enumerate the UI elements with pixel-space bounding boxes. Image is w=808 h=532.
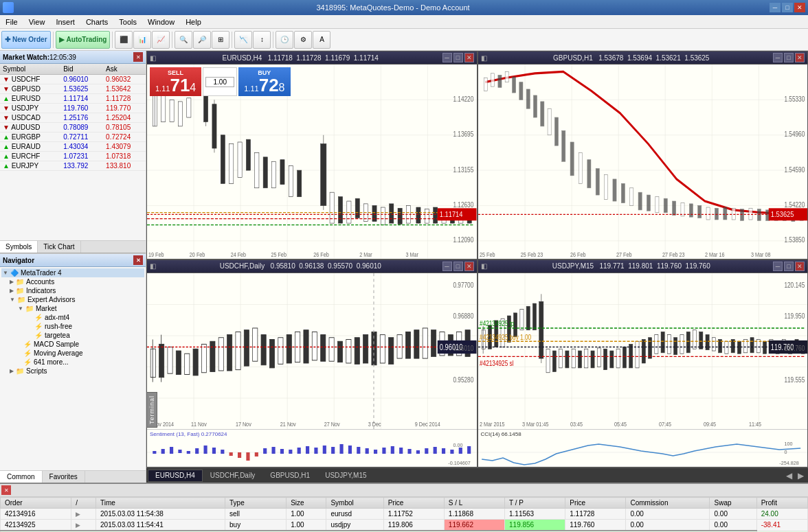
tab-favorites[interactable]: Favorites [43, 471, 85, 483]
toolbar-btn-8[interactable]: 🕒 [276, 31, 293, 49]
navigator-close[interactable]: ✕ [133, 255, 143, 265]
usdchf-close-btn[interactable]: ✕ [464, 262, 474, 271]
svg-rect-207 [178, 450, 181, 453]
chart-close-btn[interactable]: ✕ [464, 53, 474, 62]
toolbar-btn-1[interactable]: ⬛ [115, 31, 133, 49]
folder-icon: 🔷 [10, 269, 19, 277]
col-price-cur[interactable]: Price [565, 498, 626, 509]
gbpusd-close-btn[interactable]: ✕ [795, 53, 805, 62]
chart-usdjpy-title: USDJPY,M15 119.771 119.801 119.760 119.7… [490, 262, 774, 270]
tree-item-moving-average[interactable]: ⚡ Moving Average [1, 349, 144, 358]
market-watch-row[interactable]: ▲ EURUSD 1.11714 1.11728 [0, 94, 146, 104]
col-swap[interactable]: Swap [710, 498, 756, 509]
menu-view[interactable]: View [23, 15, 51, 28]
col-profit[interactable]: Profit [756, 498, 807, 509]
toolbar-zoom-in[interactable]: 🔍 [175, 31, 192, 49]
autotrading-button[interactable]: ▶ AutoTrading [56, 31, 111, 49]
menu-window[interactable]: Window [142, 15, 180, 28]
usdjpy-minimize-btn[interactable]: ─ [773, 262, 783, 271]
tree-item-targetea[interactable]: ⚡ targetea [1, 331, 144, 340]
market-watch-row[interactable]: ▼ GBPUSD 1.53625 1.53642 [0, 84, 146, 94]
chart-tab-eurusd[interactable]: EURUSD,H4 [148, 470, 203, 482]
minimize-button[interactable]: ─ [770, 3, 781, 12]
chart-usdchf-body[interactable]: 0.96010 0.97700 0.96880 0.96010 0.95280 … [147, 273, 477, 467]
menu-help[interactable]: Help [180, 15, 207, 28]
lot-input[interactable] [205, 77, 234, 87]
tree-item-expert-advisors[interactable]: ▼ 📁 Expert Advisors [1, 295, 144, 304]
chart-tab-gbpusd[interactable]: GBPUSD,H1 [262, 470, 317, 482]
market-watch-row[interactable]: ▲ EURCHF 1.07231 1.07318 [0, 152, 146, 161]
col-price[interactable]: Price [383, 498, 444, 509]
mw-bid: 1.43034 [60, 142, 103, 152]
terminal-side-tab[interactable]: Terminal [146, 392, 157, 428]
bottom-panel: ✕ Order / Time Type Size Symbol Price S … [0, 483, 808, 532]
menu-charts[interactable]: Charts [80, 15, 113, 28]
menu-tools[interactable]: Tools [113, 15, 142, 28]
toolbar-btn-2[interactable]: 📊 [133, 31, 151, 49]
menu-insert[interactable]: Insert [50, 15, 80, 28]
toolbar-zoom-out[interactable]: 🔎 [193, 31, 211, 49]
toolbar-btn-3[interactable]: 📈 [152, 31, 170, 49]
col-time[interactable]: Time [96, 498, 225, 509]
orders-close-btn[interactable]: ✕ [1, 485, 11, 495]
col-order[interactable]: Order [1, 498, 71, 509]
chart-tab-usdjpy[interactable]: USDJPY,M15 [317, 470, 374, 482]
new-order-button[interactable]: ✚ New Order [1, 31, 51, 49]
close-button[interactable]: ✕ [794, 3, 805, 12]
chart-scroll-right[interactable]: ▶ [795, 471, 807, 481]
chart-minimize-btn[interactable]: ─ [442, 53, 452, 62]
market-watch-row[interactable]: ▼ USDCHF 0.96010 0.96032 [0, 75, 146, 84]
market-watch-row[interactable]: ▼ USDJPY 119.760 119.770 [0, 104, 146, 113]
chart-gbpusd-body[interactable]: 1.53625 1.55330 1.54960 1.54590 1.54220 … [478, 65, 808, 259]
usdchf-maximize-btn[interactable]: □ [453, 262, 463, 271]
toolbar-btn-9[interactable]: ⚙ [294, 31, 312, 49]
col-type[interactable]: Type [225, 498, 287, 509]
svg-text:25 Feb: 25 Feb [480, 251, 495, 258]
tree-item-rush[interactable]: ⚡ rush-free [1, 322, 144, 331]
tab-tick-chart[interactable]: Tick Chart [38, 241, 80, 253]
chart-eurusd-body[interactable]: SELL 1.11 71 4 BUY [147, 65, 477, 259]
maximize-button[interactable]: □ [782, 3, 793, 12]
tree-item-adx[interactable]: ⚡ adx-mt4 [1, 313, 144, 322]
market-watch-row[interactable]: ▼ USDCAD 1.25176 1.25204 [0, 113, 146, 123]
tree-item-accounts[interactable]: ▶ 📁 Accounts [1, 277, 144, 286]
autotrading-icon: ▶ [59, 36, 65, 43]
toolbar-btn-7[interactable]: ↕ [253, 31, 271, 49]
col-sl[interactable]: S / L [444, 498, 504, 509]
chart-tab-usdchf[interactable]: USDCHF,Daily [203, 470, 263, 482]
market-watch-row[interactable]: ▼ AUDUSD 0.78089 0.78105 [0, 123, 146, 132]
chart-maximize-btn[interactable]: □ [453, 53, 463, 62]
sell-button[interactable]: SELL 1.11 71 4 [150, 67, 201, 96]
tree-item-market[interactable]: ▼ 📁 Market [1, 304, 144, 313]
col-tp[interactable]: T / P [505, 498, 565, 509]
usdjpy-close-btn[interactable]: ✕ [795, 262, 805, 271]
col-commission[interactable]: Commission [626, 498, 710, 509]
col-symbol[interactable]: Symbol [326, 498, 383, 509]
market-watch-row[interactable]: ▲ EURJPY 133.792 133.810 [0, 161, 146, 171]
tree-item-macd[interactable]: ⚡ MACD Sample [1, 340, 144, 349]
toolbar-btn-10[interactable]: A [313, 31, 330, 49]
toolbar-btn-6[interactable]: 📉 [234, 31, 252, 49]
tab-symbols[interactable]: Symbols [0, 241, 38, 253]
chart-usdjpy-body[interactable]: #42134925 tp #42134925 buy 1.00 #4213492… [478, 273, 808, 467]
toolbar-btn-5[interactable]: ⊞ [212, 31, 229, 49]
gbpusd-minimize-btn[interactable]: ─ [773, 53, 783, 62]
svg-rect-284 [654, 334, 658, 354]
svg-rect-93 [570, 142, 574, 176]
market-watch-close[interactable]: ✕ [133, 52, 143, 62]
mw-ask: 133.810 [103, 161, 146, 171]
menu-file[interactable]: File [0, 15, 23, 28]
tree-item-indicators[interactable]: ▶ 📁 Indicators [1, 286, 144, 295]
tree-item-metatrader4[interactable]: ▼ 🔷 MetaTrader 4 [1, 268, 144, 277]
buy-button[interactable]: BUY 1.11 72 8 [238, 67, 290, 96]
market-watch-row[interactable]: ▲ EURGBP 0.72711 0.72724 [0, 132, 146, 142]
tree-item-more[interactable]: ⚡ 641 more... [1, 358, 144, 367]
chart-scroll-left[interactable]: ◀ [783, 471, 795, 481]
usdchf-minimize-btn[interactable]: ─ [442, 262, 452, 271]
market-watch-row[interactable]: ▲ EURAUD 1.43034 1.43079 [0, 142, 146, 152]
tree-item-scripts[interactable]: ▶ 📁 Scripts [1, 367, 144, 375]
gbpusd-maximize-btn[interactable]: □ [784, 53, 794, 62]
usdjpy-maximize-btn[interactable]: □ [784, 262, 794, 271]
tab-common[interactable]: Common [0, 471, 43, 483]
col-size[interactable]: Size [287, 498, 326, 509]
